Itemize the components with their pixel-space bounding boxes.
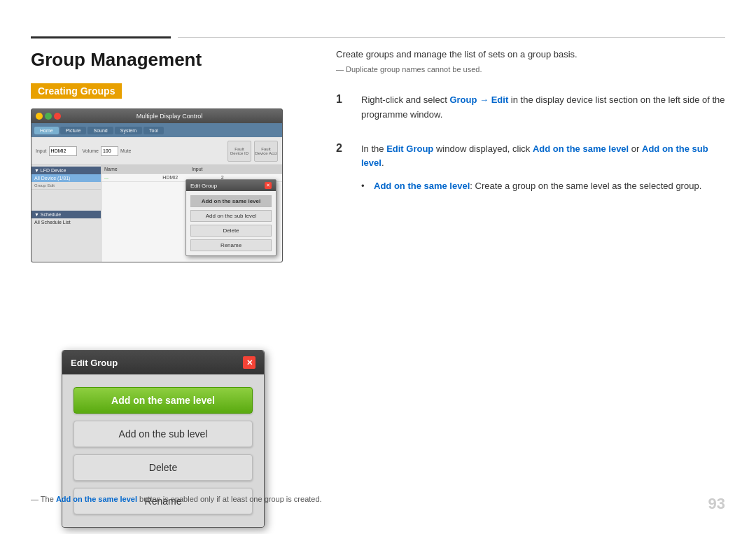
ss-popup-body: Add on the same level Add on the sub lev… xyxy=(186,191,276,255)
footer-note: — The Add on the same level button is en… xyxy=(31,495,322,503)
ss-fault-device-icon[interactable]: Fault Device ID xyxy=(227,141,251,162)
bullet-bold-addsame: Add on the same level xyxy=(374,181,470,191)
ss-col-group: Group xyxy=(34,183,46,188)
left-column: Group Management Creating Groups Multipl… xyxy=(31,49,325,275)
right-column: Create groups and manage the list of set… xyxy=(336,49,725,213)
ss-sidebar: ▼ LFD Device All Device (1/81) Group Edi… xyxy=(31,165,102,262)
ss-popup-rename[interactable]: Rename xyxy=(190,239,272,251)
egd-body: Add on the same level Add on the sub lev… xyxy=(62,374,264,527)
light-line xyxy=(178,37,725,38)
egd-title: Edit Group xyxy=(71,358,118,368)
ss-popup-titlebar: Edit Group ✕ xyxy=(186,180,276,191)
footer-bold: Add on the same level xyxy=(56,495,137,503)
step-2-bold-editgroup: Edit Group xyxy=(386,143,433,154)
ss-popup-add-sub[interactable]: Add on the sub level xyxy=(190,210,272,222)
ss-sidebar-alldevice[interactable]: All Device (1/81) xyxy=(31,174,101,182)
ss-nav-sound[interactable]: Sound xyxy=(88,127,113,134)
ss-sidebar-lfd: ▼ LFD Device xyxy=(31,167,101,174)
ss-volume-field: Volume Mute xyxy=(83,146,132,156)
dark-line xyxy=(31,36,171,38)
ss-input-label: Input xyxy=(36,148,47,153)
egd-titlebar: Edit Group ✕ xyxy=(62,351,264,374)
step-1-bold-edit: Edit xyxy=(491,94,509,105)
ss-body: ▼ LFD Device All Device (1/81) Group Edi… xyxy=(31,165,282,262)
ss-table-header: Name Input xyxy=(102,165,282,174)
ss-popup-add-same[interactable]: Add on the same level xyxy=(190,195,272,207)
ss-maximize-btn xyxy=(45,113,52,120)
ss-mute-label: Mute xyxy=(120,148,132,153)
ss-popup-close-btn[interactable]: ✕ xyxy=(265,182,272,189)
ss-nav-system[interactable]: System xyxy=(115,127,142,134)
egd-close-button[interactable]: ✕ xyxy=(243,356,255,369)
ss-main: Name Input ... HDMI2 2 Edit Group ✕ Add … xyxy=(102,165,282,262)
bullet-dot: • xyxy=(361,179,368,194)
step-2-bold-addsame: Add on the same level xyxy=(533,143,629,154)
ss-col-name: Name xyxy=(104,167,192,171)
ss-toolbar: Input Volume Mute Fault Device ID Fault … xyxy=(31,137,282,165)
ss-nav-picture[interactable]: Picture xyxy=(60,127,87,134)
ss-input-value[interactable] xyxy=(49,146,77,156)
ss-popup-delete[interactable]: Delete xyxy=(190,225,272,237)
top-decorative-lines xyxy=(0,36,756,38)
step-1-bold-group: Group xyxy=(449,94,477,105)
ss-popup-title: Edit Group xyxy=(190,183,217,189)
intro-text: Create groups and manage the list of set… xyxy=(336,49,725,59)
step-1-arrow: → xyxy=(477,94,491,105)
ss-volume-value[interactable] xyxy=(101,146,118,156)
egd-delete-button[interactable]: Delete xyxy=(74,454,253,481)
ss-volume-label: Volume xyxy=(83,148,99,153)
ss-fault-device2-icon[interactable]: Fault Device Acct xyxy=(254,141,278,162)
ss-sidebar-cols: Group Edit xyxy=(31,182,101,190)
ss-sidebar-schedule: ▼ Schedule xyxy=(31,211,101,218)
ss-nav: Home Picture Sound System Tool xyxy=(31,123,282,137)
ss-col-edit: Edit xyxy=(48,183,55,188)
ss-title: Multiple Display Control xyxy=(61,113,278,120)
bullet-item-1: • Add on the same level: Create a group … xyxy=(361,179,725,194)
ss-nav-tool[interactable]: Tool xyxy=(144,127,164,134)
ss-input-field: Input xyxy=(36,146,77,156)
ss-window-buttons xyxy=(36,113,61,120)
ss-edit-group-popup: Edit Group ✕ Add on the same level Add o… xyxy=(186,179,276,256)
ss-close-btn xyxy=(54,113,61,120)
step-2: 2 In the Edit Group window displayed, cl… xyxy=(336,142,725,194)
ss-sidebar-allschedule[interactable]: All Schedule List xyxy=(31,218,101,226)
ss-col-input: Input xyxy=(192,167,279,171)
egd-add-sub-level-button[interactable]: Add on the sub level xyxy=(74,421,253,447)
ss-icon-buttons: Fault Device ID Fault Device Acct xyxy=(227,141,278,162)
ss-titlebar: Multiple Display Control xyxy=(31,109,282,123)
note-text: Duplicate group names cannot be used. xyxy=(336,65,725,73)
section-badge: Creating Groups xyxy=(31,83,122,99)
software-screenshot: Multiple Display Control Home Picture So… xyxy=(31,108,283,262)
egd-add-same-level-button[interactable]: Add on the same level xyxy=(74,387,253,414)
ss-cell-name: ... xyxy=(104,175,162,180)
bullet-list: • Add on the same level: Create a group … xyxy=(361,179,725,194)
step-2-number: 2 xyxy=(336,142,350,194)
step-1-text: Right-click and select Group → Edit in t… xyxy=(361,93,725,122)
bullet-item-1-text: Add on the same level: Create a group on… xyxy=(374,179,701,194)
step-1-number: 1 xyxy=(336,93,350,122)
ss-nav-home[interactable]: Home xyxy=(34,127,59,134)
ss-minimize-btn xyxy=(36,113,43,120)
step-1: 1 Right-click and select Group → Edit in… xyxy=(336,93,725,122)
page-title: Group Management xyxy=(31,49,325,71)
step-2-text: In the Edit Group window displayed, clic… xyxy=(361,142,725,194)
page-number: 93 xyxy=(708,495,725,513)
